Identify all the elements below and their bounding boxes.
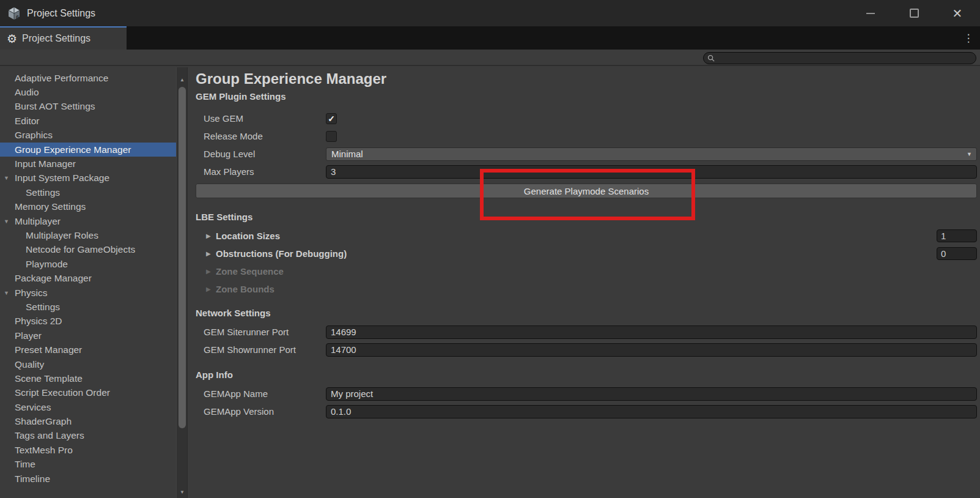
sidebar-item-adaptive-performance[interactable]: Adaptive Performance bbox=[0, 71, 176, 85]
gemapp-version-input[interactable] bbox=[326, 405, 977, 418]
debug-level-dropdown[interactable]: Minimal ▼ bbox=[326, 147, 977, 161]
sidebar-item-label: Netcode for GameObjects bbox=[26, 244, 135, 255]
max-players-input[interactable] bbox=[326, 165, 977, 179]
gear-icon: ⚙ bbox=[7, 33, 17, 45]
sidebar-item-label: Playmode bbox=[26, 259, 68, 270]
sidebar-scrollbar[interactable]: ▲ ▼ bbox=[176, 67, 187, 498]
sidebar-item-multiplayer[interactable]: ▼Multiplayer bbox=[0, 214, 176, 228]
debug-level-label: Debug Level bbox=[196, 149, 326, 159]
toolbar bbox=[0, 50, 980, 66]
sidebar-item-tags-and-layers[interactable]: Tags and Layers bbox=[0, 429, 176, 443]
sidebar-item-label: Scene Template bbox=[15, 373, 83, 384]
unity-app-icon: 6 bbox=[6, 6, 22, 21]
foldout-expanded-icon[interactable]: ▼ bbox=[4, 175, 9, 181]
close-icon: ✕ bbox=[952, 7, 963, 20]
sidebar-item-editor[interactable]: Editor bbox=[0, 114, 176, 128]
sidebar-item-label: Player bbox=[15, 330, 42, 341]
obstructions-count-input[interactable] bbox=[937, 247, 977, 260]
sidebar-item-settings[interactable]: Settings bbox=[0, 300, 176, 314]
tab-project-settings[interactable]: ⚙ Project Settings bbox=[0, 26, 127, 50]
sidebar-item-settings[interactable]: Settings bbox=[0, 185, 176, 199]
tab-menu-button[interactable]: ⋮ bbox=[962, 26, 975, 50]
sidebar-item-preset-manager[interactable]: Preset Manager bbox=[0, 343, 176, 357]
sidebar-item-audio[interactable]: Audio bbox=[0, 85, 176, 99]
release-mode-checkbox[interactable] bbox=[326, 131, 337, 142]
sidebar-item-label: TextMesh Pro bbox=[15, 445, 73, 456]
network-settings-header: Network Settings bbox=[196, 308, 977, 319]
lbe-settings-header: LBE Settings bbox=[196, 212, 977, 223]
gemapp-name-row: GEMApp Name bbox=[196, 385, 977, 403]
sidebar-item-input-system-package[interactable]: ▼Input System Package bbox=[0, 171, 176, 185]
sidebar-item-physics[interactable]: ▼Physics bbox=[0, 286, 176, 300]
sidebar-item-quality[interactable]: Quality bbox=[0, 357, 176, 371]
gem-plugin-settings-header: GEM Plugin Settings bbox=[196, 91, 977, 102]
sidebar-item-burst-aot-settings[interactable]: Burst AOT Settings bbox=[0, 100, 176, 114]
debug-level-row: Debug Level Minimal ▼ bbox=[196, 145, 977, 163]
generate-playmode-scenarios-button[interactable]: Generate Playmode Scenarios bbox=[196, 184, 977, 198]
foldout-expanded-icon[interactable]: ▼ bbox=[4, 290, 9, 296]
sidebar-item-label: Package Manager bbox=[15, 273, 92, 284]
sidebar-item-textmesh-pro[interactable]: TextMesh Pro bbox=[0, 443, 176, 457]
search-input[interactable] bbox=[718, 53, 976, 63]
generate-playmode-scenarios-label: Generate Playmode Scenarios bbox=[524, 186, 649, 196]
sidebar-item-group-experience-manager[interactable]: Group Experience Manager bbox=[0, 143, 176, 157]
search-box[interactable] bbox=[703, 52, 976, 64]
project-settings-window: 6 Project Settings ✕ ⚙ Project Settings … bbox=[0, 0, 980, 498]
sidebar-item-script-execution-order[interactable]: Script Execution Order bbox=[0, 386, 176, 400]
foldout-expanded-icon[interactable]: ▼ bbox=[4, 218, 9, 225]
close-button[interactable]: ✕ bbox=[949, 6, 965, 21]
sidebar-item-label: Preset Manager bbox=[15, 344, 82, 355]
sidebar-item-timeline[interactable]: Timeline bbox=[0, 472, 176, 486]
sidebar-item-netcode-for-gameobjects[interactable]: Netcode for GameObjects bbox=[0, 243, 176, 257]
siterunner-port-input[interactable] bbox=[326, 325, 977, 339]
release-mode-row: Release Mode bbox=[196, 127, 977, 145]
window-title: Project Settings bbox=[27, 8, 95, 19]
max-players-row: Max Players bbox=[196, 163, 977, 180]
obstructions-row: ▶ Obstructions (For Debugging) bbox=[196, 245, 977, 262]
sidebar-item-label: Services bbox=[15, 402, 51, 413]
max-players-label: Max Players bbox=[196, 166, 326, 177]
sidebar-item-label: Memory Settings bbox=[15, 201, 86, 212]
sidebar-item-physics-2d[interactable]: Physics 2D bbox=[0, 314, 176, 329]
sidebar-item-label: Settings bbox=[26, 187, 60, 198]
foldout-collapsed-icon: ▶ bbox=[206, 268, 211, 275]
maximize-icon bbox=[910, 9, 919, 18]
sidebar-item-label: Input Manager bbox=[15, 158, 76, 169]
sidebar-item-label: Physics bbox=[15, 288, 47, 299]
sidebar-item-time[interactable]: Time bbox=[0, 458, 176, 472]
release-mode-label: Release Mode bbox=[196, 131, 326, 141]
settings-list: Adaptive PerformanceAudioBurst AOT Setti… bbox=[0, 71, 176, 486]
sidebar-item-graphics[interactable]: Graphics bbox=[0, 128, 176, 143]
obstructions-foldout[interactable]: ▶ Obstructions (For Debugging) bbox=[196, 248, 937, 259]
scroll-up-icon[interactable]: ▲ bbox=[177, 75, 188, 84]
sidebar-item-input-manager[interactable]: Input Manager bbox=[0, 157, 176, 171]
minimize-icon bbox=[866, 13, 875, 14]
sidebar-item-memory-settings[interactable]: Memory Settings bbox=[0, 200, 176, 214]
sidebar-item-playmode[interactable]: Playmode bbox=[0, 257, 176, 271]
sidebar-item-label: Graphics bbox=[15, 130, 53, 141]
title-bar: 6 Project Settings ✕ bbox=[0, 0, 980, 26]
sidebar-item-shadergraph[interactable]: ShaderGraph bbox=[0, 414, 176, 428]
sidebar-item-label: Quality bbox=[15, 359, 44, 370]
gemapp-name-label: GEMApp Name bbox=[196, 388, 326, 399]
kebab-icon: ⋮ bbox=[963, 32, 974, 45]
gemapp-name-input[interactable] bbox=[326, 387, 977, 401]
sidebar-item-package-manager[interactable]: Package Manager bbox=[0, 271, 176, 285]
foldout-collapsed-icon: ▶ bbox=[206, 232, 211, 239]
use-gem-checkbox[interactable]: ✓ bbox=[326, 113, 337, 124]
showrunner-port-input[interactable] bbox=[326, 343, 977, 357]
location-sizes-foldout[interactable]: ▶ Location Sizes bbox=[196, 231, 937, 241]
sidebar-item-player[interactable]: Player bbox=[0, 329, 176, 343]
showrunner-port-label: GEM Showrunner Port bbox=[196, 344, 326, 355]
location-sizes-count-input[interactable] bbox=[937, 229, 977, 242]
sidebar-item-scene-template[interactable]: Scene Template bbox=[0, 371, 176, 385]
minimize-button[interactable] bbox=[863, 6, 879, 21]
maximize-button[interactable] bbox=[906, 6, 922, 21]
sidebar-item-label: Tags and Layers bbox=[15, 430, 84, 441]
zone-bounds-row: ▶ Zone Bounds bbox=[196, 280, 977, 298]
scroll-down-icon[interactable]: ▼ bbox=[177, 487, 188, 497]
sidebar-item-services[interactable]: Services bbox=[0, 400, 176, 414]
sidebar-item-label: Physics 2D bbox=[15, 316, 62, 327]
sidebar-item-multiplayer-roles[interactable]: Multiplayer Roles bbox=[0, 228, 176, 242]
scrollbar-thumb[interactable] bbox=[179, 87, 186, 428]
